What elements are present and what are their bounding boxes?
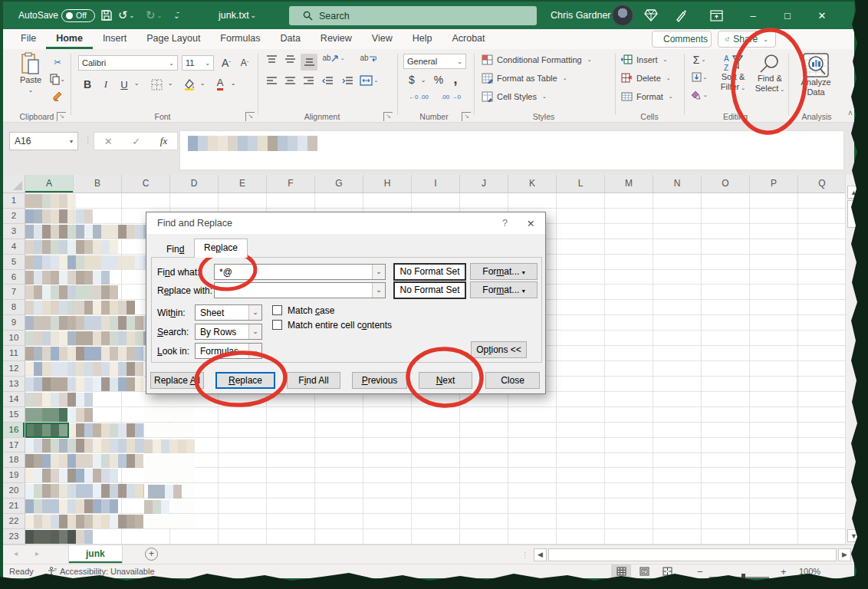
row-header-4[interactable]: 4	[3, 239, 25, 255]
close-dialog-button[interactable]: Close	[485, 372, 540, 389]
increase-font-button[interactable]: Aˆ	[218, 55, 235, 71]
new-sheet-button[interactable]: +	[145, 548, 158, 561]
tab-help[interactable]: Help	[403, 29, 442, 49]
column-header-i[interactable]: I	[412, 175, 460, 192]
decrease-decimal-button[interactable]: .00 →0	[436, 94, 466, 100]
align-right-button[interactable]	[301, 77, 316, 85]
row-header-5[interactable]: 5	[3, 255, 25, 270]
conditional-formatting-button[interactable]: Conditional Formatting⌄	[482, 54, 612, 65]
column-header-m[interactable]: M	[605, 175, 653, 192]
align-top-button[interactable]	[264, 55, 279, 64]
column-header-g[interactable]: G	[315, 175, 363, 192]
close-button[interactable]: ✕	[807, 2, 837, 29]
select-all-corner[interactable]	[3, 175, 25, 193]
previous-button[interactable]: Previous	[352, 372, 407, 389]
clear-button[interactable]: ⌄	[690, 90, 709, 100]
column-header-b[interactable]: B	[74, 175, 122, 192]
format-cells-button[interactable]: Format⌄	[621, 91, 679, 101]
name-box[interactable]: A16▾	[9, 132, 78, 150]
percent-style-button[interactable]: %	[431, 74, 446, 86]
row-header-19[interactable]: 19	[3, 468, 25, 483]
zoom-out-button[interactable]: −	[697, 564, 703, 578]
row-header-10[interactable]: 10	[3, 331, 25, 346]
row-header-1[interactable]: 1	[3, 193, 25, 209]
find-select-button[interactable]: Find &Select⌄	[753, 54, 787, 94]
row-header-14[interactable]: 14	[3, 392, 25, 407]
match-entire-checkbox[interactable]	[272, 320, 282, 330]
page-layout-view-button[interactable]	[634, 564, 654, 578]
cut-button[interactable]: ✂	[49, 55, 66, 69]
maximize-button[interactable]: □	[772, 2, 803, 29]
replace-button[interactable]: Replace	[215, 372, 275, 389]
row-header-16[interactable]: 16	[3, 423, 25, 438]
column-header-o[interactable]: O	[702, 175, 750, 192]
zoom-slider-handle[interactable]	[741, 574, 745, 581]
row-header-22[interactable]: 22	[3, 514, 25, 529]
tab-home[interactable]: Home	[46, 29, 93, 49]
document-title[interactable]: junk.txt⌄	[219, 2, 256, 29]
horizontal-scrollbar[interactable]: ⋮ ◀ ▶	[521, 548, 851, 562]
column-header-d[interactable]: D	[170, 175, 219, 192]
scroll-up-button[interactable]: ▲	[847, 186, 860, 199]
font-size-combo[interactable]: 11⌄	[182, 55, 214, 71]
zoom-in-button[interactable]: +	[781, 564, 787, 578]
accounting-dropdown[interactable]: ⌄	[419, 77, 428, 84]
formula-bar-expand-button[interactable]: ˄	[848, 133, 865, 149]
underline-button[interactable]: U	[117, 77, 132, 92]
increase-decimal-button[interactable]: ←0 .00	[403, 94, 434, 100]
clipboard-dialog-launcher[interactable]: ↘	[57, 112, 66, 121]
vertical-scrollbar[interactable]: ▲ ▼	[845, 175, 862, 545]
align-center-button[interactable]	[282, 77, 298, 85]
formula-input[interactable]	[179, 130, 844, 170]
cell-styles-button[interactable]: Cell Styles⌄	[482, 91, 574, 102]
increase-indent-button[interactable]	[339, 77, 356, 85]
normal-view-button[interactable]	[611, 564, 631, 578]
column-header-k[interactable]: K	[508, 175, 557, 192]
share-button[interactable]: Share ⌄	[718, 31, 776, 48]
match-entire-label[interactable]: Match entire cell contents	[288, 320, 392, 331]
font-name-combo[interactable]: Calibri⌄	[78, 55, 178, 71]
row-header-13[interactable]: 13	[3, 377, 25, 392]
tab-formulas[interactable]: Formulas	[210, 29, 270, 49]
replace-with-dropdown-icon[interactable]: ⌄	[372, 283, 385, 298]
row-header-6[interactable]: 6	[3, 270, 25, 285]
column-header-e[interactable]: E	[219, 175, 267, 192]
quick-access-customize-button[interactable]: ⌄̄	[173, 2, 179, 29]
align-bottom-button[interactable]	[301, 54, 317, 71]
merge-center-button[interactable]: ⌄	[359, 75, 379, 86]
scroll-down-button[interactable]: ▼	[847, 529, 860, 542]
within-select[interactable]: Sheet⌄	[195, 304, 262, 321]
font-color-button[interactable]: A	[212, 75, 229, 92]
options-button[interactable]: Options <<	[471, 341, 527, 358]
sheet-nav-prev-icon[interactable]: ◂	[14, 549, 18, 558]
number-dialog-launcher[interactable]: ↘	[462, 112, 471, 121]
row-header-18[interactable]: 18	[3, 452, 25, 468]
page-break-preview-button[interactable]	[657, 564, 677, 578]
row-header-9[interactable]: 9	[3, 315, 25, 331]
zoom-slider[interactable]	[709, 571, 769, 584]
redo-button[interactable]: ↻⌄	[146, 2, 162, 29]
premium-button[interactable]	[644, 2, 658, 29]
fill-color-button[interactable]	[181, 77, 198, 92]
collapse-ribbon-button[interactable]: ˄	[843, 109, 857, 117]
alignment-dialog-launcher[interactable]: ↘	[383, 112, 393, 121]
column-header-f[interactable]: F	[267, 175, 315, 192]
scroll-right-button[interactable]: ▶	[838, 548, 851, 561]
fill-button[interactable]: ⌄	[690, 72, 709, 82]
tab-acrobat[interactable]: Acrobat	[442, 29, 495, 49]
bold-button[interactable]: B	[80, 77, 95, 92]
replace-all-button[interactable]: Replace All	[150, 372, 204, 389]
dialog-tab-find[interactable]: Find	[157, 241, 193, 258]
tab-page-layout[interactable]: Page Layout	[136, 29, 210, 49]
row-header-15[interactable]: 15	[3, 407, 25, 423]
borders-button[interactable]	[147, 77, 166, 92]
comma-style-button[interactable]: ,	[449, 71, 462, 87]
align-left-button[interactable]	[264, 77, 279, 85]
undo-button[interactable]: ↺⌄	[118, 2, 134, 29]
column-header-j[interactable]: J	[460, 175, 508, 192]
autosum-button[interactable]: Σ⌄	[690, 54, 709, 66]
dialog-help-button[interactable]: ?	[502, 218, 508, 229]
ribbon-display-options-button[interactable]	[710, 2, 723, 29]
decrease-indent-button[interactable]	[319, 77, 336, 85]
analyze-data-button[interactable]: AnalyzeData	[794, 53, 837, 97]
